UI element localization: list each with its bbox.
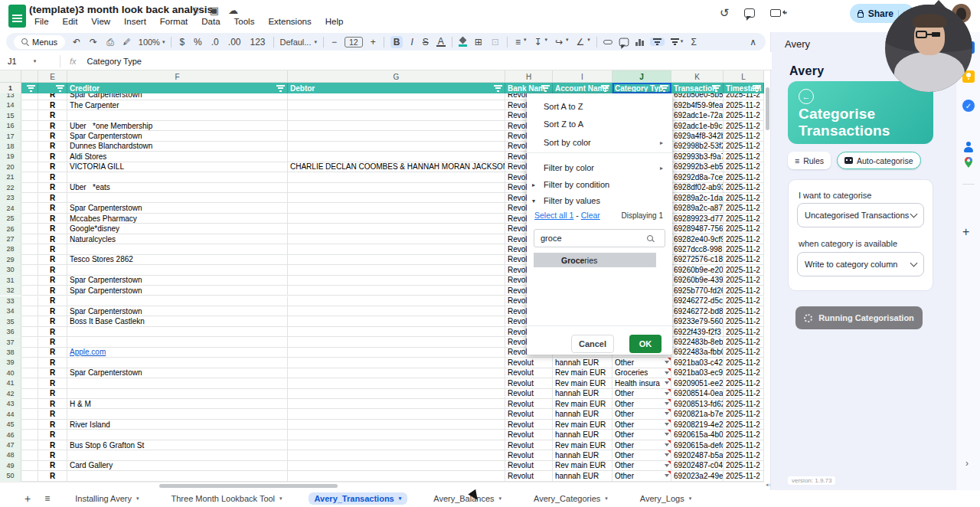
cell-e[interactable]: R [38, 399, 67, 409]
cell-debtor[interactable] [288, 265, 505, 275]
header-cell-debtor[interactable]: Debtor [288, 83, 505, 93]
cell-creditor[interactable]: Boss It Base Castlekn [67, 316, 288, 326]
cell-d[interactable] [21, 337, 38, 347]
cell-ts[interactable]: 2025-11-2 [724, 203, 764, 213]
comments-icon[interactable] [744, 8, 755, 18]
filter-search-input[interactable] [534, 234, 645, 243]
redo-button[interactable]: ↷ [88, 37, 99, 47]
cell-debtor[interactable] [288, 172, 505, 182]
cell-d[interactable] [21, 440, 38, 450]
cell-ts[interactable]: 2025-11-2 [724, 337, 764, 347]
cell-ts[interactable]: 2025-11-2 [724, 110, 764, 120]
cell-ts[interactable]: 2025-11-2 [724, 368, 764, 378]
cell-ts[interactable]: 2025-11-2 [724, 131, 764, 141]
cell-txn[interactable]: 6927dcc8-9981 [671, 244, 724, 254]
cell-d[interactable] [21, 399, 38, 409]
horizontal-scrollbar[interactable] [0, 482, 764, 488]
filter-funnel-icon[interactable] [541, 85, 550, 92]
cell-d[interactable] [21, 389, 38, 399]
cell-debtor[interactable] [288, 203, 505, 213]
cell-txn[interactable]: 692993b3-f9a7 [671, 152, 724, 162]
row-number[interactable]: 27 [0, 234, 21, 244]
cell-creditor[interactable]: River Island [67, 420, 288, 430]
cell-debtor[interactable] [288, 430, 505, 440]
row-number[interactable]: 49 [0, 461, 21, 471]
cell-e[interactable]: R [38, 276, 67, 286]
cell-e[interactable]: R [38, 420, 67, 430]
collapse-toolbar-button[interactable]: ∧ [748, 37, 758, 47]
menus-search-button[interactable]: Menus [14, 35, 65, 49]
cell-ts[interactable]: 2025-11-2 [724, 430, 764, 440]
menu-help[interactable]: Help [320, 16, 349, 27]
cell-bank[interactable]: Revolut [505, 399, 553, 409]
cell-e[interactable]: R [38, 172, 67, 182]
cell-txn[interactable]: 6921ba03-ec94 [671, 368, 724, 378]
cell-d[interactable] [21, 430, 38, 440]
row-number[interactable]: 50 [0, 471, 21, 481]
meet-icon[interactable] [770, 9, 781, 17]
cell-category[interactable]: Other [612, 471, 671, 481]
cell-creditor[interactable] [67, 327, 288, 337]
cell-d[interactable] [21, 296, 38, 306]
cell-creditor[interactable]: Bus Stop 6 Grafton St [67, 440, 288, 450]
dropdown-chevron-icon[interactable] [665, 381, 669, 387]
cell-d[interactable] [21, 234, 38, 244]
paint-format-button[interactable]: 🖉 [122, 38, 132, 46]
cell-e[interactable]: R [38, 100, 67, 110]
column-header-E[interactable]: E [38, 70, 67, 83]
cell-category[interactable]: Health insura [612, 378, 671, 388]
cell-creditor[interactable] [67, 378, 288, 388]
cell-bank[interactable]: Revolut [505, 368, 553, 378]
cell-ts[interactable]: 2025-11-2 [724, 450, 764, 460]
ok-button[interactable]: OK [629, 335, 662, 353]
cell-ts[interactable]: 2025-11-2 [724, 214, 764, 224]
header-cell-creditor[interactable]: Creditor [67, 83, 288, 93]
cell-txn[interactable]: 6920615a-defc [671, 440, 724, 450]
cell-d[interactable] [21, 327, 38, 337]
cell-e[interactable]: R [38, 193, 67, 203]
cell-debtor[interactable] [288, 399, 505, 409]
cell-account[interactable]: Rev main EUR [553, 461, 612, 471]
cell-bank[interactable]: Revolut [505, 440, 553, 450]
cell-account[interactable]: hannah EUR [553, 430, 612, 440]
row-number[interactable]: 35 [0, 316, 21, 326]
cell-bank[interactable]: Revolut [505, 461, 553, 471]
cell-debtor[interactable] [288, 440, 505, 450]
cancel-button[interactable]: Cancel [571, 335, 614, 353]
cell-creditor[interactable] [67, 430, 288, 440]
cell-debtor[interactable] [288, 296, 505, 306]
cell-txn[interactable]: 69208513-fd62 [671, 399, 724, 409]
cell-creditor[interactable]: Google*disney [67, 224, 288, 234]
menu-extensions[interactable]: Extensions [263, 16, 316, 27]
cell-ts[interactable]: 2025-11-2 [724, 296, 764, 306]
cell-debtor[interactable] [288, 214, 505, 224]
cell-category[interactable]: Other [612, 399, 671, 409]
column-header-L[interactable]: L [724, 70, 764, 83]
cell-txn[interactable]: 69246272-bd8f [671, 306, 724, 316]
vertical-scrollbar[interactable] [765, 83, 770, 481]
cell-debtor[interactable] [288, 193, 505, 203]
cell-e[interactable]: R [38, 378, 67, 388]
cell-d[interactable] [21, 450, 38, 460]
cell-category[interactable]: Other [612, 461, 671, 471]
cell-e[interactable]: R [38, 348, 67, 358]
more-formats-button[interactable]: 123 [248, 37, 266, 47]
menu-data[interactable]: Data [196, 16, 225, 27]
horizontal-scrollbar-thumb[interactable] [159, 484, 338, 488]
cell-creditor[interactable]: Tesco Stores 2862 [67, 255, 288, 265]
cell-debtor[interactable] [288, 327, 505, 337]
cell-e[interactable]: R [38, 316, 67, 326]
sort-z-to-a-item[interactable]: Sort Z to A [527, 117, 672, 131]
row-number[interactable]: 41 [0, 378, 21, 388]
cell-creditor[interactable] [67, 471, 288, 481]
cell-txn[interactable]: 69260b9e-4392 [671, 276, 724, 286]
filter-by-values-item[interactable]: ▾Filter by values [527, 194, 672, 208]
document-title[interactable]: (template)3 month look back analysis [29, 4, 213, 15]
cell-debtor[interactable] [288, 224, 505, 234]
italic-button[interactable]: I [409, 37, 414, 47]
dropdown-chevron-icon[interactable] [665, 433, 669, 438]
cell-creditor[interactable]: Spar Carpenterstown [67, 203, 288, 213]
filter-search-box[interactable] [534, 229, 665, 247]
header-cell-category[interactable]: Category Typ [612, 83, 671, 93]
cell-creditor[interactable]: Naturalcycles [67, 234, 288, 244]
